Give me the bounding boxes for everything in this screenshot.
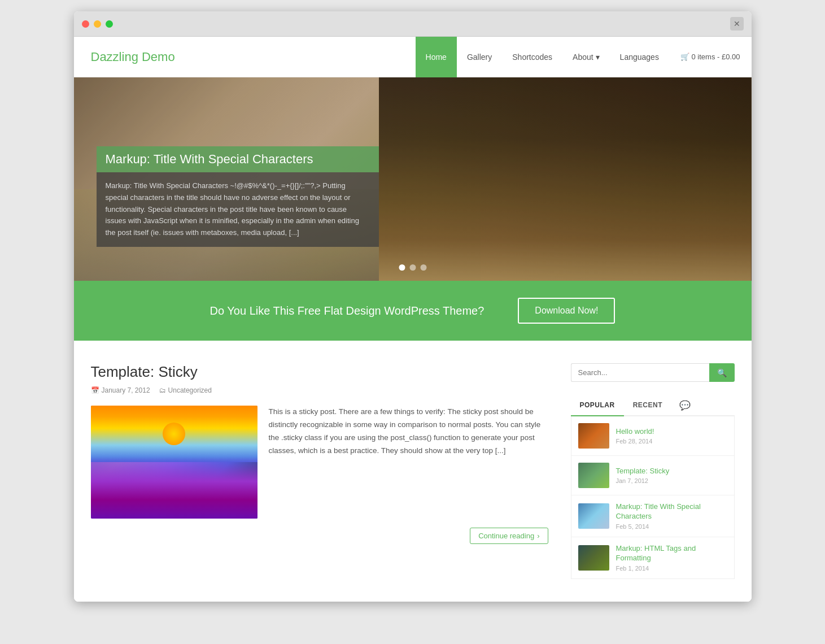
site-header: Dazzling Demo Home Gallery Shortcodes Ab…	[74, 37, 752, 77]
search-input[interactable]	[571, 363, 709, 382]
hero-dot-3[interactable]	[420, 264, 426, 271]
cta-download-button[interactable]: Download Now!	[518, 298, 615, 324]
popular-post-info-3: Markup: Title With Special Characters Fe…	[616, 502, 727, 530]
popular-post-item-2: Template: Sticky Jan 7, 2012	[571, 456, 734, 495]
continue-reading-label: Continue reading	[478, 532, 534, 540]
nav-item-about[interactable]: About ▾	[562, 37, 609, 77]
popular-post-title-2[interactable]: Template: Sticky	[616, 467, 727, 476]
popular-post-title-1[interactable]: Hello world!	[616, 427, 727, 437]
tab-popular[interactable]: POPULAR	[571, 395, 624, 416]
calendar-icon: 📅	[91, 386, 99, 394]
post-date-text: January 7, 2012	[102, 386, 150, 394]
popular-post-thumb-1	[578, 423, 609, 449]
widget-tabs: POPULAR RECENT 💬	[571, 395, 735, 416]
site-logo[interactable]: Dazzling Demo	[74, 50, 416, 64]
hero-title: Markup: Title With Special Characters	[106, 152, 370, 167]
popular-post-info-4: Markup: HTML Tags and Formatting Feb 1, …	[616, 544, 727, 572]
popular-post-date-4: Feb 1, 2014	[616, 565, 727, 572]
hero-excerpt: Markup: Title With Special Characters ~!…	[106, 180, 370, 239]
hero-slider: Markup: Title With Special Characters Ma…	[74, 77, 752, 281]
nav-item-gallery[interactable]: Gallery	[457, 37, 502, 77]
sidebar: 🔍 POPULAR RECENT 💬 Hello world! Feb 28, …	[571, 363, 735, 579]
popular-posts-list: Hello world! Feb 28, 2014 Template: Stic…	[571, 416, 735, 579]
main-content: Template: Sticky 📅 January 7, 2012 🗂 Unc…	[74, 341, 752, 602]
browser-maximize-button[interactable]: ✕	[730, 17, 744, 31]
popular-post-date-3: Feb 5, 2014	[616, 523, 727, 530]
browser-dot-green[interactable]	[106, 20, 113, 28]
hero-dot-2[interactable]	[409, 264, 416, 271]
nav-item-shortcodes[interactable]: Shortcodes	[502, 37, 562, 77]
cta-banner: Do You Like This Free Flat Design WordPr…	[74, 281, 752, 341]
tab-recent[interactable]: RECENT	[624, 395, 671, 416]
popular-post-thumb-2	[578, 463, 609, 488]
post-category-text: Uncategorized	[168, 386, 212, 394]
tab-comments[interactable]: 💬	[671, 395, 699, 415]
posts-column: Template: Sticky 📅 January 7, 2012 🗂 Unc…	[91, 363, 548, 579]
post-article: Template: Sticky 📅 January 7, 2012 🗂 Unc…	[91, 363, 548, 544]
popular-post-date-1: Feb 28, 2014	[616, 438, 727, 445]
browser-dot-yellow[interactable]	[94, 20, 101, 28]
hero-excerpt-box: Markup: Title With Special Characters ~!…	[97, 172, 379, 247]
search-button[interactable]: 🔍	[709, 363, 735, 382]
search-widget: 🔍	[571, 363, 735, 382]
hero-title-box: Markup: Title With Special Characters	[97, 146, 379, 172]
post-excerpt: This is a sticky post. There are a few t…	[269, 406, 548, 519]
continue-reading-arrow: ›	[537, 532, 539, 540]
post-meta: 📅 January 7, 2012 🗂 Uncategorized	[91, 386, 548, 394]
cta-text: Do You Like This Free Flat Design WordPr…	[210, 304, 484, 317]
continue-reading-wrapper: Continue reading ›	[91, 528, 548, 544]
browser-window: ✕ Dazzling Demo Home Gallery Shortcodes …	[74, 11, 752, 602]
post-category: 🗂 Uncategorized	[159, 386, 212, 394]
popular-post-title-3[interactable]: Markup: Title With Special Characters	[616, 502, 727, 521]
post-thumbnail	[91, 406, 257, 519]
popular-post-item-3: Markup: Title With Special Characters Fe…	[571, 495, 734, 537]
post-title: Template: Sticky	[91, 363, 548, 381]
continue-reading-link[interactable]: Continue reading ›	[470, 528, 548, 544]
thumb-flowers	[91, 456, 257, 519]
nav-item-home[interactable]: Home	[416, 37, 457, 77]
popular-post-thumb-3	[578, 503, 609, 529]
thumb-sun	[163, 423, 185, 445]
post-date: 📅 January 7, 2012	[91, 386, 150, 394]
hero-dot-1[interactable]	[399, 264, 405, 271]
popular-post-date-2: Jan 7, 2012	[616, 477, 727, 484]
popular-post-thumb-4	[578, 545, 609, 571]
folder-icon: 🗂	[159, 386, 166, 394]
browser-chrome: ✕	[74, 11, 752, 37]
popular-post-item-4: Markup: HTML Tags and Formatting Feb 1, …	[571, 537, 734, 578]
hero-dots	[399, 264, 426, 271]
popular-post-title-4[interactable]: Markup: HTML Tags and Formatting	[616, 544, 727, 563]
nav-item-languages[interactable]: Languages	[610, 37, 669, 77]
hero-content: Markup: Title With Special Characters Ma…	[97, 146, 379, 247]
nav-cart[interactable]: 🛒 0 items - £0.00	[669, 53, 752, 61]
popular-post-info-1: Hello world! Feb 28, 2014	[616, 427, 727, 445]
site-nav: Home Gallery Shortcodes About ▾ Language…	[416, 37, 752, 77]
popular-post-info-2: Template: Sticky Jan 7, 2012	[616, 467, 727, 485]
post-body: This is a sticky post. There are a few t…	[91, 406, 548, 519]
browser-dot-red[interactable]	[82, 20, 89, 28]
site: Dazzling Demo Home Gallery Shortcodes Ab…	[74, 37, 752, 602]
popular-post-item-1: Hello world! Feb 28, 2014	[571, 416, 734, 456]
